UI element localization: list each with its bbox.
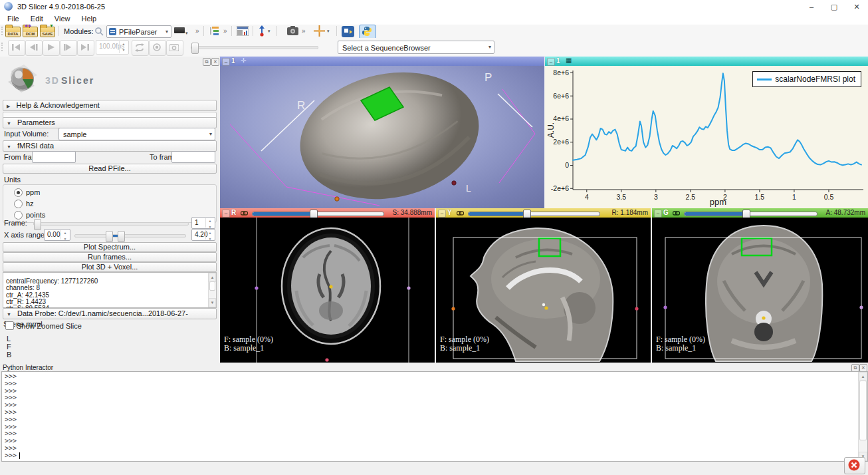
maximize-button[interactable]: ▢ [823,0,845,13]
xaxis-range-handle-max[interactable] [118,231,125,242]
toolbar-overflow-chevron[interactable]: » [223,27,227,35]
panel-close-icon[interactable]: ✕ [211,58,219,66]
section-fmrsi[interactable]: ▼ fMRSI data [3,140,217,152]
error-log-button[interactable] [844,457,865,474]
menu-help[interactable]: Help [77,13,102,24]
crosshair-icon[interactable] [314,25,325,37]
yellow-slice-slider[interactable] [468,212,600,216]
green-slice-slider[interactable] [684,212,817,216]
module-hierarchy-icon[interactable] [209,26,220,36]
menu-view[interactable]: View [50,13,75,24]
loop-button[interactable] [132,40,149,56]
last-frame-button[interactable] [77,40,94,56]
xaxis-min-spinbox[interactable]: 0.00 ▲ ▼ [44,229,70,241]
frame-slider-handle[interactable] [34,219,41,230]
view3d-crosshair-icon[interactable]: ✛ [241,57,246,64]
slice-view-green[interactable]: – G A: 48.732mm [652,208,868,363]
close-button[interactable]: ✕ [845,0,868,13]
plot-3d-voxel-button[interactable]: Plot 3D + Voxel... [3,262,217,272]
scroll-up-icon[interactable]: ▲ [209,273,216,282]
plot-spectrum-button[interactable]: Plot Spectrum... [3,242,217,252]
scroll-thumb[interactable] [859,381,867,440]
red-slice-canvas[interactable]: F: sample (0%) B: sample_1 [220,218,435,363]
previous-frame-button[interactable] [25,40,43,56]
spin-up-icon[interactable]: ▲ [120,41,128,47]
scroll-thumb[interactable] [209,281,215,291]
xaxis-max-spinbox[interactable]: 4.20 ▲ ▼ [191,229,215,241]
record-button[interactable] [149,40,166,56]
spin-up-icon[interactable]: ▲ [206,230,214,236]
module-history-button[interactable]: ▾ [174,25,190,37]
from-frame-input[interactable] [32,151,76,163]
header-info-box[interactable]: centralFrequency: 1277127260 channels: 8… [3,272,217,308]
module-search-icon[interactable] [94,27,104,36]
link-views-icon[interactable] [673,210,680,217]
save-button[interactable]: ▼ SAVE [40,25,55,37]
slice-view-red[interactable]: – R S: 34.888mm [220,208,435,363]
view-pin-icon[interactable]: – [654,210,662,218]
chevron-down-icon[interactable]: ▾ [268,29,271,34]
toolbar-overflow-chevron[interactable]: » [195,27,199,35]
screenshot-icon[interactable] [287,26,298,35]
radio-hz[interactable] [14,200,23,208]
view3d-canvas[interactable]: R P L [220,66,544,208]
sequence-slider[interactable] [191,46,318,49]
sequence-slider-handle[interactable] [191,43,199,54]
spin-down-icon[interactable]: ▼ [206,236,214,242]
frame-slider[interactable] [33,222,189,226]
load-data-button[interactable]: DATA [5,25,21,37]
menu-edit[interactable]: Edit [26,13,48,24]
frame-spinbox[interactable]: 1 ▲ ▼ [191,217,215,229]
scroll-down-icon[interactable]: ▼ [209,298,216,307]
fps-spinbox[interactable]: 100.0fps ▲ ▼ [96,40,129,55]
red-slice-slider[interactable] [252,212,384,216]
python-interactor-button[interactable] [359,25,376,39]
module-selector[interactable]: PFileParser ▾ [106,25,171,38]
minimize-button[interactable]: – [800,0,823,13]
play-button[interactable] [43,40,60,56]
toolbar-handle[interactable] [1,27,5,35]
next-frame-button[interactable] [60,40,77,56]
radio-ppm[interactable] [14,188,23,197]
link-views-icon[interactable] [457,210,464,217]
section-parameters[interactable]: ▼ Parameters [3,117,217,128]
plot-view[interactable]: – 1 ▦ 43.532.521.510.5-2e+602e+64e+66e+6… [545,57,868,208]
view-pin-icon[interactable]: – [222,58,230,66]
to-frame-input[interactable] [171,151,215,163]
spin-down-icon[interactable]: ▼ [120,47,128,53]
link-views-icon[interactable] [241,210,248,217]
slice-view-yellow[interactable]: – Y R: 1.184mm [436,208,651,363]
view-pin-icon[interactable]: – [438,210,446,218]
chevron-down-icon[interactable]: ▾ [327,29,330,34]
toolbar-handle[interactable] [1,43,5,51]
xaxis-range-slider[interactable] [74,234,186,238]
toolbar-overflow-chevron[interactable]: » [302,27,306,35]
menu-file[interactable]: File [3,13,24,24]
dicom-button[interactable]: ✱✱ DCM [23,25,38,37]
section-data-probe[interactable]: ▼ Data Probe: C:/dev/1.namic/secuencia..… [3,308,217,319]
spin-up-icon[interactable]: ▲ [206,218,214,224]
snapshot-button[interactable] [166,40,183,56]
spin-arrows[interactable]: ▲ ▼ [60,230,69,239]
scroll-up-icon[interactable]: ▲ [859,372,867,381]
spin-arrows[interactable]: ▲ ▼ [205,218,214,228]
yellow-slice-canvas[interactable]: F: sample (0%) B: sample_1 [436,218,651,363]
plot-canvas[interactable]: 43.532.521.510.5-2e+602e+64e+66e+68e+6pp… [545,66,868,208]
console-scrollbar[interactable]: ▲ ▼ [858,372,867,461]
layout-selector-icon[interactable] [237,26,249,36]
read-pfile-button[interactable]: Read PFile... [3,164,217,174]
section-help[interactable]: ▶ Help & Acknowledgement [3,100,217,111]
info-scrollbar[interactable]: ▲ ▼ [208,273,216,307]
input-volume-selector[interactable]: sample ▾ [58,128,215,140]
run-frames-button[interactable]: Run frames... [3,252,217,262]
sequence-browser-selector[interactable]: Select a SequenceBrowser ▾ [338,41,494,54]
view-pin-icon[interactable]: – [547,58,555,66]
xaxis-range-handle-min[interactable] [106,231,113,242]
plot-grid-icon[interactable]: ▦ [566,57,572,64]
spin-arrows[interactable]: ▲ ▼ [205,230,214,239]
python-console[interactable]: >>>>>>>>>>>>>>>>>>>>>>>>>>>>>>>>>>>> ▲ ▼ [1,371,868,462]
mouse-interaction-icon[interactable] [258,25,267,37]
spin-arrows[interactable]: ▲ ▼ [119,41,128,53]
view-3d[interactable]: – 1 ✛ [220,57,544,208]
spin-up-icon[interactable]: ▲ [61,230,69,236]
